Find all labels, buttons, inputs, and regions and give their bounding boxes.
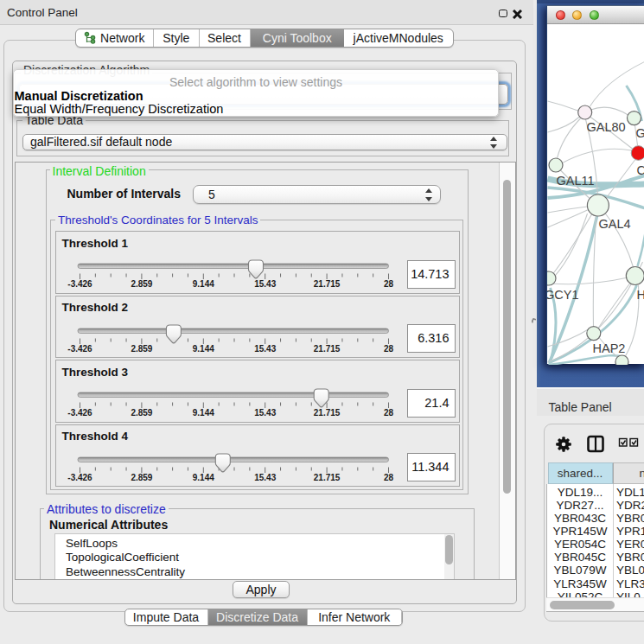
svg-text:2.859: 2.859: [131, 343, 152, 353]
svg-text:GA: GA: [635, 126, 644, 140]
svg-text:21.715: 21.715: [313, 408, 340, 418]
svg-text:9.144: 9.144: [192, 472, 214, 481]
svg-text:GAL11: GAL11: [556, 174, 594, 188]
svg-text:2.859: 2.859: [131, 408, 152, 418]
svg-text:GCY1: GCY1: [547, 288, 579, 302]
svg-text:28: 28: [383, 472, 393, 481]
svg-text:9.144: 9.144: [192, 343, 214, 353]
svg-text:-3.426: -3.426: [67, 472, 92, 481]
svg-text:28: 28: [383, 343, 393, 353]
svg-text:9.144: 9.144: [192, 279, 214, 289]
svg-text:28: 28: [383, 279, 393, 289]
svg-text:15.43: 15.43: [254, 408, 276, 418]
svg-text:H: H: [636, 288, 644, 302]
svg-text:9.144: 9.144: [192, 408, 214, 418]
svg-text:2.859: 2.859: [131, 472, 152, 481]
svg-text:HAP2: HAP2: [592, 341, 625, 355]
svg-text:15.43: 15.43: [254, 343, 276, 353]
svg-text:-3.426: -3.426: [67, 343, 92, 353]
svg-text:21.715: 21.715: [313, 343, 340, 353]
svg-text:-3.426: -3.426: [67, 279, 92, 289]
svg-text:GAL4: GAL4: [598, 217, 630, 231]
svg-text:GAL80: GAL80: [586, 120, 625, 134]
svg-text:21.715: 21.715: [313, 472, 340, 481]
svg-text:21.715: 21.715: [313, 279, 340, 289]
svg-text:C: C: [636, 163, 644, 177]
svg-text:-3.426: -3.426: [67, 408, 92, 418]
svg-text:2.859: 2.859: [131, 279, 152, 289]
svg-text:28: 28: [383, 408, 393, 418]
svg-text:15.43: 15.43: [254, 279, 276, 289]
svg-text:15.43: 15.43: [254, 472, 276, 481]
